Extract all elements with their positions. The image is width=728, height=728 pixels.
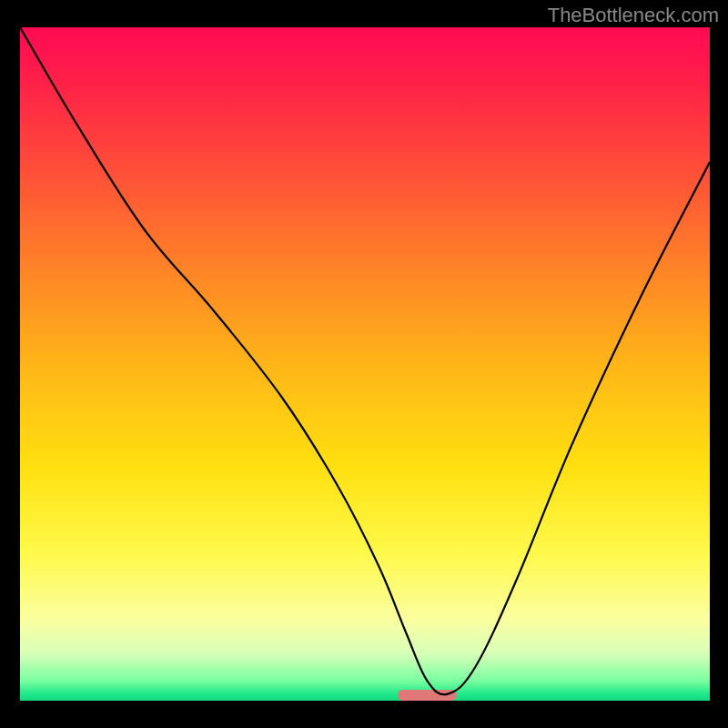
attribution-text: TheBottleneck.com [548,4,719,27]
bottleneck-curve-line [20,27,710,701]
chart-frame [20,27,710,701]
